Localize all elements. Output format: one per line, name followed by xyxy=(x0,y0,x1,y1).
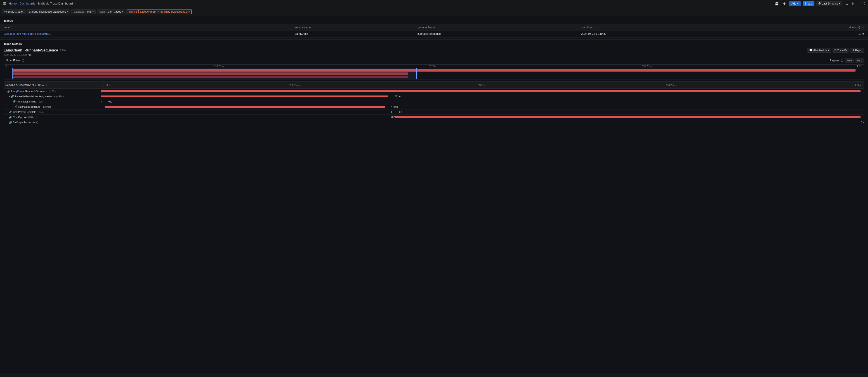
hamburger-menu[interactable]: ☰ xyxy=(2,1,7,6)
trace-duration-badge: 1.28s xyxy=(60,49,66,52)
span-1-bar xyxy=(101,90,861,92)
timeline-bars-container xyxy=(4,68,864,79)
comment-icon: 💬 xyxy=(809,49,812,52)
give-feedback-button[interactable]: 💬 Give feedback xyxy=(807,48,831,53)
span-1-link-icon[interactable]: 🔗 xyxy=(7,90,10,93)
copy-icon: ⧉ xyxy=(835,49,836,52)
trace-id-copy-button[interactable]: ⧉ Trace ID xyxy=(833,48,849,53)
table-row: 82cea64d-3f4f-4f8b-b1b2-bdfcea06ad1f Lan… xyxy=(0,31,868,37)
traceid-chevron-icon: ▾ xyxy=(188,10,190,13)
db-chevron-icon: ▾ xyxy=(92,10,94,13)
span-filters-info-icon[interactable]: ⓘ xyxy=(22,59,24,62)
ruler-3: 956.25ms xyxy=(642,65,652,68)
expand-next-icon[interactable]: › xyxy=(35,83,36,87)
export-button[interactable]: ⬆ Export xyxy=(850,48,864,53)
next-button[interactable]: Next xyxy=(855,59,864,63)
span-6-link-icon[interactable]: 🔗 xyxy=(9,116,12,119)
span-2-link-icon[interactable]: 🔗 xyxy=(11,95,14,98)
span-5-timeline: 0μs xyxy=(101,109,864,114)
span-5-label: 0μs xyxy=(399,111,402,113)
favorite-star-icon[interactable]: ☆ xyxy=(75,2,78,5)
traces-table: traceID serviceName operationName startT… xyxy=(0,24,868,37)
span-7-bar xyxy=(857,122,857,123)
spans-info-icon[interactable]: ⓘ xyxy=(841,59,843,63)
span-row-4: ▸ 🔗 RunnableSequence (478ms) 478ms xyxy=(4,104,864,109)
save-icon-button[interactable]: 💾 xyxy=(773,1,780,6)
span-4-bar xyxy=(105,106,385,108)
main-content: Traces traceID serviceName operationName… xyxy=(0,16,868,377)
timeline-chart: 0μs 318.75ms 637.5ms 956.25ms 1.28s xyxy=(4,64,864,79)
col-time-4: 1.28s xyxy=(855,84,861,87)
traceid-label: TraceId xyxy=(129,10,138,13)
span-2-collapse-icon[interactable]: ▾ xyxy=(9,95,10,98)
span-7-duration: (0μs) xyxy=(32,121,38,124)
span-filters-expand-icon[interactable]: ▸ xyxy=(4,59,5,62)
collapse-all-icon[interactable]: ▾ xyxy=(32,83,34,87)
span-1-collapse-icon[interactable]: ▾ xyxy=(5,90,6,93)
traceid-value: 82cea64d-3f4f-4f8b-b1b2-bdfcea06ad1f xyxy=(140,10,188,13)
col-time-2: 637.5ms xyxy=(478,84,487,87)
span-5-link-icon[interactable]: 🔗 xyxy=(9,111,12,113)
share-button[interactable]: Share xyxy=(803,1,814,6)
ruler-1: 318.75ms xyxy=(214,65,224,68)
trace-details-panel: Trace Details LangChain: RunnableSequenc… xyxy=(0,39,868,128)
trace-id-link[interactable]: 82cea64d-3f4f-4f8b-b1b2-bdfcea06ad1f xyxy=(4,32,52,35)
span-row-7: 🔗 StrOutputParser (0μs) 0μs xyxy=(4,120,864,125)
col-servicename: serviceName xyxy=(291,24,413,31)
gear-icon-button[interactable]: ⚙ xyxy=(782,1,787,6)
span-1-service: LangChain xyxy=(11,90,24,93)
trace-id-cell: 82cea64d-3f4f-4f8b-b1b2-bdfcea06ad1f xyxy=(0,31,291,37)
span-3-link-icon[interactable]: 🔗 xyxy=(13,100,16,103)
span-col-timeline-header: 0μs 318.75ms 637.5ms 956.25ms 1.28s xyxy=(105,84,863,87)
breadcrumb-home[interactable]: Home xyxy=(9,2,17,5)
fullscreen-button[interactable]: ⛶ xyxy=(860,1,866,6)
ruler-2: 637.5ms xyxy=(429,65,437,68)
datasource-label: grafana-clickhouse-datasource xyxy=(29,10,66,13)
db-label: Database xyxy=(73,10,86,13)
col-duration: duration(ms) xyxy=(749,24,868,31)
trace-header-row: LangChain: RunnableSequence 1.28s 💬 Give… xyxy=(4,48,864,53)
timeline-ruler: 0μs 318.75ms 637.5ms 956.25ms 1.28s xyxy=(4,65,864,68)
datasource-chevron-icon: ▾ xyxy=(67,10,68,13)
span-filters-label[interactable]: Span Filters xyxy=(6,59,21,62)
pause-icon[interactable]: ⏸ xyxy=(45,83,48,87)
collapse-icon[interactable]: ≪ xyxy=(37,83,41,87)
span-6-op: ChatOpenAI xyxy=(13,116,27,118)
refresh-button[interactable]: ↻ xyxy=(850,1,856,6)
span-row-6-name: 🔗 ChatOpenAI (787ms) xyxy=(4,115,101,119)
span-1-duration: (1.28s) xyxy=(49,90,57,93)
operation-name-cell: RunnableSequence xyxy=(413,31,578,37)
breadcrumb-dashboards[interactable]: Dashboards xyxy=(20,2,35,5)
trace-name: LangChain: RunnableSequence 1.28s xyxy=(4,48,66,53)
span-4-expand-icon[interactable]: ▸ xyxy=(13,106,14,108)
span-4-label: 478ms xyxy=(391,106,398,108)
span-1-timeline xyxy=(101,89,864,94)
span-4-timeline: 478ms xyxy=(101,104,864,109)
expand-all-icon[interactable]: » xyxy=(42,83,44,87)
span-4-link-icon[interactable]: 🔗 xyxy=(14,105,18,108)
traces-table-header: traceID serviceName operationName startT… xyxy=(0,24,868,31)
collapse-panel-button[interactable]: ‹ xyxy=(856,1,860,6)
query-toolbar: MyScale Cluster grafana-clickhouse-datas… xyxy=(0,7,868,16)
clock-icon: ⏱ xyxy=(818,2,821,5)
zoom-in-button[interactable]: ⊕ xyxy=(844,1,850,6)
start-time-cell: 2024-05-23 11:19:30 xyxy=(578,31,749,37)
span-4-op: RunnableSequence xyxy=(18,105,40,108)
span-7-link-icon[interactable]: 🔗 xyxy=(9,121,12,124)
span-row-7-name: 🔗 StrOutputParser (0μs) xyxy=(4,120,101,125)
table-chevron-icon: ▾ xyxy=(122,10,123,13)
span-2-timeline: 482ms xyxy=(101,94,864,99)
datasource-pill[interactable]: grafana-clickhouse-datasource ▾ xyxy=(27,9,70,14)
cluster-pill[interactable]: MyScale Cluster xyxy=(2,9,26,14)
span-col-service-header: Service & Operation ▾ › ≪ » ⏸ xyxy=(5,83,103,87)
time-range-selector[interactable]: ⏱ Last 24 hours ▾ xyxy=(816,1,843,6)
add-label: Add xyxy=(792,2,796,5)
span-3-duration: (0μs) xyxy=(38,100,43,103)
add-button[interactable]: Add ▾ xyxy=(789,1,801,6)
prev-button[interactable]: Prev xyxy=(845,59,854,63)
traces-panel: Traces traceID serviceName operationName… xyxy=(0,16,868,39)
trace-name-text: LangChain: RunnableSequence xyxy=(4,48,58,53)
trace-id-btn-label: Trace ID xyxy=(837,49,847,52)
col-time-0: 0μs xyxy=(106,84,111,87)
span-3-op: RunnableLambda xyxy=(17,100,36,103)
